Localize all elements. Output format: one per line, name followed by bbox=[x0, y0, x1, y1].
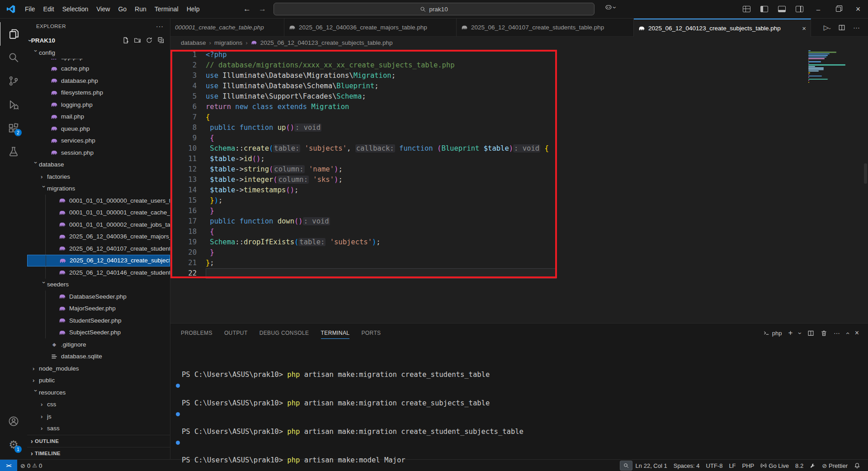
split-terminal-icon[interactable] bbox=[807, 330, 814, 337]
minimize-button[interactable]: – bbox=[808, 0, 828, 18]
tree-item[interactable]: ›public bbox=[27, 375, 170, 387]
code-line[interactable]: 10 Schema::create(table: 'subjects', cal… bbox=[170, 143, 868, 154]
command-center-search[interactable]: prak10 bbox=[274, 3, 594, 15]
code-line[interactable]: 13 $table->integer(column: 'sks'); bbox=[170, 175, 868, 185]
menu-terminal[interactable]: Terminal bbox=[151, 5, 183, 13]
section-timeline[interactable]: ›TIMELINE bbox=[27, 447, 170, 459]
panel-tab-output[interactable]: OUTPUT bbox=[224, 324, 248, 343]
tree-item[interactable]: ◆.gitignore bbox=[27, 338, 170, 351]
code-line[interactable]: 7{ bbox=[170, 112, 868, 123]
editor-tab[interactable]: 000001_create_cache_table.php bbox=[170, 19, 284, 36]
code-line[interactable]: 15 }); bbox=[170, 195, 868, 206]
tree-item[interactable]: 2025_06_12_040107_create_student... bbox=[27, 243, 170, 255]
code-line[interactable]: 11 $table->id(); bbox=[170, 154, 868, 164]
section-outline[interactable]: ›OUTLINE bbox=[27, 435, 170, 447]
close-button[interactable]: × bbox=[848, 0, 868, 18]
code-line[interactable]: 18 { bbox=[170, 227, 868, 237]
settings-button[interactable]: ⚙1 bbox=[0, 433, 27, 457]
tree-item[interactable]: DatabaseSeeder.php bbox=[27, 290, 170, 303]
breadcrumb-item[interactable]: migrations bbox=[214, 39, 242, 46]
menu-file[interactable]: File bbox=[21, 5, 39, 13]
code-line[interactable]: 17 public function down(): void bbox=[170, 216, 868, 227]
code-line[interactable]: 14 $table->timestamps(); bbox=[170, 185, 868, 195]
terminal[interactable]: PS C:\Users\ASUS\prak10> php artisan mak… bbox=[170, 343, 868, 471]
tree-item[interactable]: SubjectSeeder.php bbox=[27, 327, 170, 339]
panel-tab-terminal[interactable]: TERMINAL bbox=[321, 324, 350, 343]
tree-item[interactable]: ›js bbox=[27, 410, 170, 423]
tree-item[interactable]: session.php bbox=[27, 147, 170, 159]
scrollbar-thumb[interactable] bbox=[864, 163, 867, 184]
code-line[interactable]: 9 { bbox=[170, 133, 868, 143]
tree-item[interactable]: StudentSeeder.php bbox=[27, 314, 170, 327]
menu-view[interactable]: View bbox=[92, 5, 114, 13]
tree-item[interactable]: mail.php bbox=[27, 111, 170, 123]
menu-go[interactable]: Go bbox=[114, 5, 131, 13]
menu-selection[interactable]: Selection bbox=[58, 5, 93, 13]
code-line[interactable]: 3use Illuminate\Database\Migrations\Migr… bbox=[170, 71, 868, 81]
tree-item[interactable]: ›config bbox=[27, 47, 170, 59]
code-line[interactable]: 8 public function up(): void bbox=[170, 123, 868, 133]
code-line[interactable]: 19 Schema::dropIfExists(table: 'subjects… bbox=[170, 237, 868, 247]
sidebar-item-explorer[interactable] bbox=[0, 22, 28, 46]
split-editor-icon[interactable] bbox=[838, 24, 845, 31]
tree-item[interactable]: 0001_01_01_000001_create_cache_t... bbox=[27, 207, 170, 219]
sidebar-item-extensions[interactable]: 2 bbox=[0, 116, 27, 140]
tree-item[interactable]: 2025_06_12_040036_create_majors_... bbox=[27, 231, 170, 243]
copilot-button[interactable]: › bbox=[605, 4, 616, 11]
code-line[interactable]: 21}; bbox=[170, 258, 868, 268]
minimap[interactable] bbox=[808, 50, 849, 85]
code-line[interactable]: 5use Illuminate\Support\Facades\Schema; bbox=[170, 91, 868, 102]
tree-item[interactable]: services.php bbox=[27, 135, 170, 147]
tree-item[interactable]: ›database bbox=[27, 159, 170, 171]
tree-item[interactable]: logging.php bbox=[27, 99, 170, 111]
panel-tab-problems[interactable]: PROBLEMS bbox=[181, 324, 212, 343]
menu-run[interactable]: Run bbox=[131, 5, 151, 13]
run-button[interactable]: ▷› bbox=[824, 24, 830, 32]
project-root-row[interactable]: › PRAK10 bbox=[27, 34, 170, 47]
collapse-all-icon[interactable] bbox=[157, 37, 165, 44]
panel-tab-ports[interactable]: PORTS bbox=[361, 324, 381, 343]
toggle-panel-icon[interactable] bbox=[778, 6, 786, 12]
restore-button[interactable] bbox=[828, 0, 848, 18]
breadcrumb-file[interactable]: 2025_06_12_040123_create_subjects_table.… bbox=[260, 39, 393, 46]
command-decoration-dot[interactable] bbox=[176, 441, 180, 445]
new-file-icon[interactable] bbox=[122, 37, 129, 44]
tree-item[interactable]: queue.php bbox=[27, 123, 170, 135]
toggle-secondary-sidebar-icon[interactable] bbox=[796, 6, 803, 12]
code-editor[interactable]: 1<?php2// database/migrations/xxxx_xx_xx… bbox=[170, 48, 868, 323]
new-folder-icon[interactable] bbox=[134, 37, 141, 44]
tree-item[interactable]: 2025_06_12_040123_create_subject... bbox=[27, 255, 170, 267]
chevron-down-icon[interactable]: › bbox=[797, 332, 803, 334]
explorer-more-actions-icon[interactable]: ··· bbox=[156, 23, 164, 30]
maximize-panel-icon[interactable]: › bbox=[844, 332, 850, 334]
problems-status[interactable]: ⊘0 ⚠0 bbox=[17, 460, 45, 471]
tree-item[interactable]: ›factories bbox=[27, 171, 170, 183]
tree-item[interactable]: ›sass bbox=[27, 423, 170, 435]
tree-item[interactable]: cache.php bbox=[27, 63, 170, 75]
menu-help[interactable]: Help bbox=[183, 5, 204, 13]
editor-tab[interactable]: 2025_06_12_040107_create_students_table.… bbox=[457, 19, 634, 36]
editor-tab[interactable]: 2025_06_12_040036_create_majors_table.ph… bbox=[284, 19, 457, 36]
code-line[interactable]: 12 $table->string(column: 'name'); bbox=[170, 164, 868, 175]
command-decoration-dot[interactable] bbox=[176, 412, 180, 416]
tree-item[interactable]: ›css bbox=[27, 399, 170, 411]
sidebar-item-search[interactable] bbox=[0, 46, 27, 69]
account-button[interactable] bbox=[0, 409, 27, 433]
sidebar-item-run-debug[interactable] bbox=[0, 93, 27, 116]
panel-more-actions-icon[interactable]: ··· bbox=[834, 329, 840, 337]
back-arrow-icon[interactable]: ← bbox=[243, 0, 251, 18]
tree-item[interactable]: 0001_01_01_000002_create_jobs_ta... bbox=[27, 219, 170, 231]
tree-item[interactable]: 0001_01_01_000000_create_users_t... bbox=[27, 195, 170, 207]
toggle-sidebar-icon[interactable] bbox=[760, 6, 768, 12]
tree-item[interactable]: MajorSeeder.php bbox=[27, 303, 170, 315]
command-decoration-dot[interactable] bbox=[176, 384, 180, 388]
code-line[interactable]: 22 bbox=[170, 268, 868, 279]
refresh-icon[interactable] bbox=[146, 37, 153, 44]
sidebar-item-testing[interactable] bbox=[0, 140, 27, 163]
code-line[interactable]: 6return new class extends Migration bbox=[170, 102, 868, 112]
customize-layout-icon[interactable] bbox=[743, 6, 750, 12]
close-panel-icon[interactable]: × bbox=[855, 329, 859, 337]
kill-terminal-icon[interactable] bbox=[821, 330, 827, 337]
close-tab-icon[interactable]: × bbox=[799, 24, 806, 32]
tree-item[interactable]: filesystems.php bbox=[27, 87, 170, 99]
